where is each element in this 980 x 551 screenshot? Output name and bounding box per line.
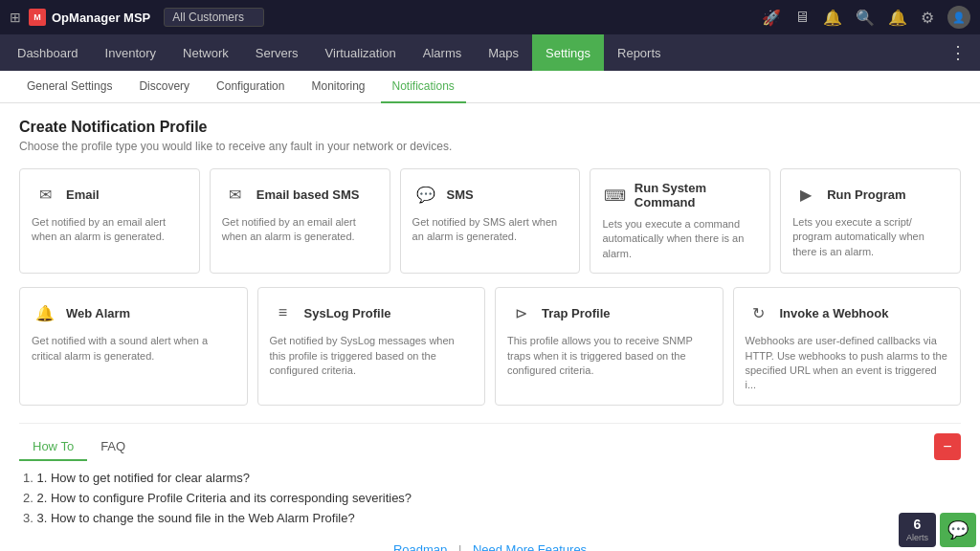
cards-row2: 🔔 Web Alarm Get notified with a sound al… <box>19 287 961 406</box>
card-wa-header: 🔔 Web Alarm <box>32 299 235 326</box>
page-title: Create Notification Profile <box>19 119 961 136</box>
card-run-program[interactable]: ▶ Run Program Lets you execute a script/… <box>780 168 961 274</box>
customer-select-wrap[interactable]: All Customers <box>164 8 264 27</box>
chat-button[interactable]: 💬 <box>940 513 976 547</box>
tab-faq[interactable]: FAQ <box>87 433 139 461</box>
card-trap[interactable]: ⊳ Trap Profile This profile allows you t… <box>495 287 724 406</box>
card-sms-header: 💬 SMS <box>412 181 568 208</box>
nav-dashboard[interactable]: Dashboard <box>4 34 92 71</box>
subnav-general-settings[interactable]: General Settings <box>15 71 123 103</box>
footer-links: Roadmap | Need More Features <box>19 542 961 551</box>
card-rp-header: ▶ Run Program <box>792 181 948 208</box>
footer-separator: | <box>458 542 461 551</box>
rocket-icon[interactable]: 🚀 <box>762 9 781 27</box>
card-sms-title: SMS <box>447 187 474 202</box>
card-sms-desc: Get notified by SMS alert when an alarm … <box>412 215 568 245</box>
card-web-alarm[interactable]: 🔔 Web Alarm Get notified with a sound al… <box>19 287 248 406</box>
howto-tabs: How To FAQ − <box>19 433 961 461</box>
features-link[interactable]: Need More Features <box>473 542 587 551</box>
card-wh-title: Invoke a Webhook <box>780 306 889 320</box>
chat-icon: 💬 <box>947 519 969 540</box>
cards-row1: ✉ Email Get notified by an email alert w… <box>19 168 961 274</box>
card-tp-header: ⊳ Trap Profile <box>507 299 711 326</box>
syslog-icon: ≡ <box>270 299 297 326</box>
trap-icon: ⊳ <box>507 299 534 326</box>
howto-collapse-button[interactable]: − <box>934 433 961 460</box>
nav-alarms[interactable]: Alarms <box>410 34 475 71</box>
card-email[interactable]: ✉ Email Get notified by an email alert w… <box>19 168 200 274</box>
search-icon[interactable]: 🔍 <box>856 9 875 27</box>
card-email-sms-desc: Get notified by an email alert when an a… <box>222 215 378 245</box>
card-sl-title: SysLog Profile <box>304 306 391 320</box>
nav-settings[interactable]: Settings <box>532 34 604 71</box>
webhook-icon: ↻ <box>746 299 772 326</box>
card-email-sms-title: Email based SMS <box>256 187 360 202</box>
card-tp-title: Trap Profile <box>542 306 611 320</box>
sms-icon: 💬 <box>412 181 439 208</box>
page-subtitle: Choose the profile type you would like t… <box>19 140 961 153</box>
card-email-title: Email <box>66 187 100 202</box>
card-rp-desc: Lets you execute a script/ program autom… <box>792 215 948 259</box>
card-email-sms-header: ✉ Email based SMS <box>222 181 378 208</box>
howto-item-1: 1. How to get notified for clear alarms? <box>19 471 961 485</box>
roadmap-link[interactable]: Roadmap <box>393 542 447 551</box>
card-rp-title: Run Program <box>827 187 905 202</box>
bottom-badges: 6 Alerts 💬 <box>895 509 980 551</box>
nav-maps[interactable]: Maps <box>475 34 532 71</box>
nav-reports[interactable]: Reports <box>604 34 675 71</box>
card-tp-desc: This profile allows you to receive SNMP … <box>507 334 711 378</box>
card-webhook[interactable]: ↻ Invoke a Webhook Webhooks are user-def… <box>733 287 962 406</box>
card-email-header: ✉ Email <box>32 181 188 208</box>
user-avatar[interactable]: 👤 <box>947 6 970 29</box>
subnav-configuration[interactable]: Configuration <box>205 71 296 103</box>
howto-list: 1. How to get notified for clear alarms?… <box>19 471 961 525</box>
app-title: OpManager MSP <box>52 11 150 25</box>
nav-more-icon[interactable]: ⋮ <box>940 42 976 63</box>
customer-select[interactable]: All Customers <box>164 8 264 27</box>
card-rsc-desc: Lets you execute a command automatically… <box>602 217 758 261</box>
card-email-desc: Get notified by an email alert when an a… <box>32 215 188 245</box>
gear-icon[interactable]: ⚙ <box>921 9 934 27</box>
subnav: General Settings Discovery Configuration… <box>0 71 980 103</box>
tab-howto[interactable]: How To <box>19 433 87 461</box>
topbar: ⊞ M OpManager MSP All Customers 🚀 🖥 🔔 🔍 … <box>0 0 980 34</box>
nav-network[interactable]: Network <box>169 34 242 71</box>
subnav-discovery[interactable]: Discovery <box>127 71 201 103</box>
topbar-icons: 🚀 🖥 🔔 🔍 🔔 ⚙ 👤 <box>762 6 970 29</box>
nav-virtualization[interactable]: Virtualization <box>312 34 410 71</box>
alerts-label: Alerts <box>906 533 928 543</box>
alerts-count: 6 <box>914 517 922 533</box>
main-content: Create Notification Profile Choose the p… <box>0 103 980 551</box>
bell-alt-icon[interactable]: 🔔 <box>823 9 842 27</box>
card-run-system-command[interactable]: ⌨ Run System Command Lets you execute a … <box>590 168 770 274</box>
run-system-command-icon: ⌨ <box>602 182 626 209</box>
card-syslog[interactable]: ≡ SysLog Profile Get notified by SysLog … <box>257 287 486 406</box>
howto-item-2: 2. How to configure Profile Criteria and… <box>19 491 961 505</box>
card-email-sms[interactable]: ✉ Email based SMS Get notified by an ema… <box>210 168 390 274</box>
subnav-notifications[interactable]: Notifications <box>381 71 466 103</box>
email-icon: ✉ <box>32 181 58 208</box>
logo-image: M <box>29 9 46 26</box>
card-wh-header: ↻ Invoke a Webhook <box>746 299 949 326</box>
web-alarm-icon: 🔔 <box>32 299 58 326</box>
howto-section: How To FAQ − 1. How to get notified for … <box>19 423 961 525</box>
run-program-icon: ▶ <box>792 181 819 208</box>
grid-icon: ⊞ <box>10 10 21 25</box>
howto-item-3: 3. How to change the sound file in the W… <box>19 511 961 525</box>
nav-inventory[interactable]: Inventory <box>92 34 169 71</box>
email-sms-icon: ✉ <box>222 181 249 208</box>
notifications-icon[interactable]: 🔔 <box>888 9 907 27</box>
card-wa-title: Web Alarm <box>66 306 130 320</box>
card-wa-desc: Get notified with a sound alert when a c… <box>32 334 235 364</box>
card-wh-desc: Webhooks are user-defined callbacks via … <box>746 334 949 393</box>
navbar: Dashboard Inventory Network Servers Virt… <box>0 34 980 71</box>
card-rsc-header: ⌨ Run System Command <box>602 181 758 209</box>
monitor-icon[interactable]: 🖥 <box>794 9 810 26</box>
card-rsc-title: Run System Command <box>635 181 758 209</box>
nav-servers[interactable]: Servers <box>242 34 312 71</box>
card-sms[interactable]: 💬 SMS Get notified by SMS alert when an … <box>400 168 581 274</box>
card-sl-desc: Get notified by SysLog messages when thi… <box>270 334 474 378</box>
app-logo: M OpManager MSP <box>29 9 150 26</box>
subnav-monitoring[interactable]: Monitoring <box>300 71 376 103</box>
alerts-badge: 6 Alerts <box>899 513 936 547</box>
